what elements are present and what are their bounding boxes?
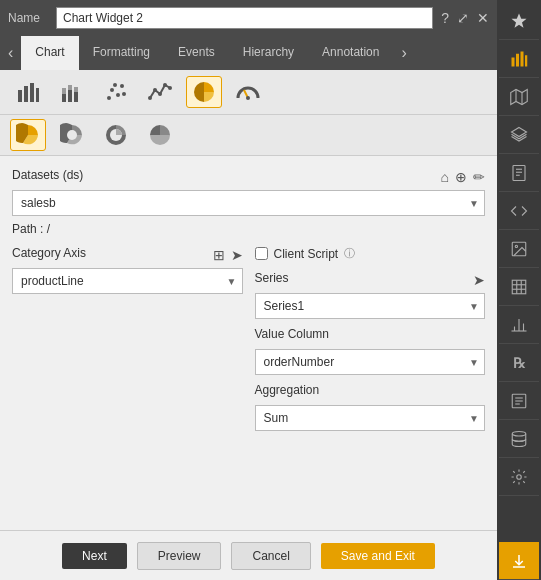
svg-point-19 xyxy=(163,83,167,87)
client-script-row: Client Script ⓘ xyxy=(255,246,486,261)
left-column: Category Axis ⊞ ➤ productLine category r… xyxy=(12,246,243,437)
main-panel: Name ? ⤢ ✕ ‹ Chart Formatting Events Hie… xyxy=(0,0,497,580)
svg-point-10 xyxy=(107,96,111,100)
category-axis-dropdown[interactable]: productLine category region xyxy=(12,268,243,294)
tab-prev-button[interactable]: ‹ xyxy=(0,36,21,70)
tab-next-button[interactable]: › xyxy=(393,36,414,70)
category-axis-header: Category Axis ⊞ ➤ xyxy=(12,246,243,264)
sidebar-layers-icon[interactable] xyxy=(499,116,539,154)
right-column: Client Script ⓘ Series ➤ Series1 Series2… xyxy=(255,246,486,437)
title-bar: Name ? ⤢ ✕ xyxy=(0,0,497,36)
svg-point-18 xyxy=(158,92,162,96)
sidebar-chart-icon[interactable] xyxy=(499,40,539,78)
edit-dataset-icon[interactable]: ✏ xyxy=(473,169,485,185)
sidebar-doc-icon[interactable] xyxy=(499,154,539,192)
right-sidebar: ℞ xyxy=(497,0,541,580)
svg-point-14 xyxy=(113,83,117,87)
sidebar-code-icon[interactable] xyxy=(499,192,539,230)
svg-point-38 xyxy=(515,245,517,247)
stacked-bar-button[interactable] xyxy=(54,76,90,108)
add-dataset-icon[interactable]: ⊕ xyxy=(455,169,467,185)
name-label: Name xyxy=(8,11,48,25)
category-axis-label: Category Axis xyxy=(12,246,86,260)
title-icons: ? ⤢ ✕ xyxy=(441,10,489,26)
cancel-button[interactable]: Cancel xyxy=(231,542,310,570)
next-button[interactable]: Next xyxy=(62,543,127,569)
aggregation-label: Aggregation xyxy=(255,383,320,397)
svg-rect-5 xyxy=(62,88,66,94)
series-dropdown[interactable]: Series1 Series2 Series3 xyxy=(255,293,486,319)
svg-rect-26 xyxy=(516,53,519,66)
svg-rect-25 xyxy=(512,57,515,66)
value-column-label: Value Column xyxy=(255,327,329,341)
line-chart-button[interactable] xyxy=(142,76,178,108)
series-label: Series xyxy=(255,271,289,285)
svg-rect-4 xyxy=(62,94,66,102)
sidebar-text-icon[interactable] xyxy=(499,382,539,420)
sidebar-download-icon[interactable] xyxy=(499,542,539,580)
svg-rect-28 xyxy=(525,55,527,66)
home-icon[interactable]: ⌂ xyxy=(441,169,449,185)
datasets-label: Datasets (ds) xyxy=(12,168,83,182)
datasets-dropdown[interactable]: salesb dataset1 dataset2 xyxy=(12,190,485,216)
gauge-chart-button[interactable] xyxy=(230,76,266,108)
svg-point-21 xyxy=(246,96,250,100)
sidebar-settings-icon[interactable] xyxy=(499,458,539,496)
tab-bar: ‹ Chart Formatting Events Hierarchy Anno… xyxy=(0,36,497,70)
aggregation-dropdown[interactable]: Sum Count Average Min Max xyxy=(255,405,486,431)
info-icon: ⓘ xyxy=(344,246,355,261)
chart-type-row-1 xyxy=(0,70,497,115)
category-config-icon[interactable]: ⊞ xyxy=(213,247,225,263)
move-icon[interactable]: ⤢ xyxy=(457,10,469,26)
svg-point-17 xyxy=(153,88,157,92)
tab-annotation[interactable]: Annotation xyxy=(308,36,393,70)
pie-chart-button[interactable] xyxy=(186,76,222,108)
category-arrow-icon[interactable]: ➤ xyxy=(231,247,243,263)
sidebar-stack-icon[interactable] xyxy=(499,420,539,458)
svg-rect-39 xyxy=(512,280,526,294)
tab-hierarchy[interactable]: Hierarchy xyxy=(229,36,308,70)
sidebar-rx-icon[interactable]: ℞ xyxy=(499,344,539,382)
sidebar-barchart-icon[interactable] xyxy=(499,306,539,344)
svg-point-22 xyxy=(67,130,77,140)
pie-alt-button[interactable] xyxy=(142,119,178,151)
category-axis-actions: ⊞ ➤ xyxy=(213,247,243,263)
footer: Next Preview Cancel Save and Exit xyxy=(0,530,497,580)
svg-rect-33 xyxy=(513,165,525,180)
svg-point-16 xyxy=(148,96,152,100)
save-exit-button[interactable]: Save and Exit xyxy=(321,543,435,569)
svg-marker-24 xyxy=(512,13,527,27)
pie-ring-button[interactable] xyxy=(98,119,134,151)
tab-chart[interactable]: Chart xyxy=(21,36,78,70)
scatter-chart-button[interactable] xyxy=(98,76,134,108)
widget-title-input[interactable] xyxy=(56,7,433,29)
two-col-section: Category Axis ⊞ ➤ productLine category r… xyxy=(12,246,485,437)
close-icon[interactable]: ✕ xyxy=(477,10,489,26)
svg-point-13 xyxy=(120,84,124,88)
svg-point-53 xyxy=(517,474,522,479)
series-header: Series ➤ xyxy=(255,271,486,289)
sidebar-pin-icon[interactable] xyxy=(499,2,539,40)
svg-point-52 xyxy=(512,431,526,436)
sidebar-map-icon[interactable] xyxy=(499,78,539,116)
series-arrow-icon[interactable]: ➤ xyxy=(473,272,485,288)
datasets-actions: ⌂ ⊕ ✏ xyxy=(441,169,485,185)
svg-point-12 xyxy=(116,93,120,97)
value-column-dropdown[interactable]: orderNumber amount quantity xyxy=(255,349,486,375)
bar-chart-button[interactable] xyxy=(10,76,46,108)
svg-point-20 xyxy=(168,86,172,90)
svg-rect-6 xyxy=(68,90,72,102)
datasets-header: Datasets (ds) ⌂ ⊕ ✏ xyxy=(12,168,485,186)
svg-rect-3 xyxy=(36,88,39,102)
sidebar-image-icon[interactable] xyxy=(499,230,539,268)
sidebar-table-icon[interactable] xyxy=(499,268,539,306)
tab-events[interactable]: Events xyxy=(164,36,229,70)
tab-formatting[interactable]: Formatting xyxy=(79,36,164,70)
preview-button[interactable]: Preview xyxy=(137,542,222,570)
pie-full-button[interactable] xyxy=(10,119,46,151)
client-script-checkbox[interactable] xyxy=(255,247,268,260)
path-line: Path : / xyxy=(12,222,485,236)
help-icon[interactable]: ? xyxy=(441,10,449,26)
donut-chart-button[interactable] xyxy=(54,119,90,151)
svg-rect-2 xyxy=(30,83,34,102)
